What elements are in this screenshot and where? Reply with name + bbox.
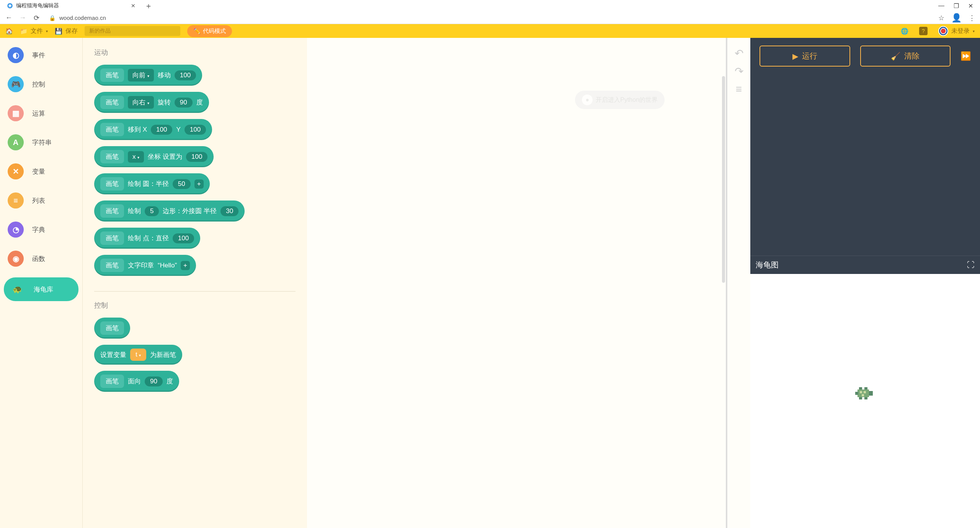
list-icon: ≡ [8,192,24,209]
category-sidebar: ◐事件 🎮控制 ▦运算 A字符串 ✕变量 ≡列表 ◔字典 ◉函数 🐢海龟库 [0,38,83,528]
tab-strip: 编程猫海龟编辑器 ✕ ＋ — ❐ ✕ [0,0,980,11]
svg-rect-5 [864,397,867,399]
block-rotate[interactable]: 画笔 向右 ▾ 旋转 90 度 [94,92,209,113]
turtle-icon: 🐢 [9,281,25,297]
turtle-canvas-header: 海龟图 ⛶ [750,256,980,274]
fullscreen-icon[interactable]: ⛶ [967,261,975,269]
block-move-forward[interactable]: 画笔 向前 ▾ 移动 100 [94,65,202,86]
turtle-sprite-icon [851,386,874,401]
svg-rect-4 [859,397,862,399]
block-set-var-pen[interactable]: 设置变量 t ▾ 为新画笔 [94,345,182,365]
block-polygon[interactable]: 画笔 绘制 5 边形：外接圆 半径 30 [94,200,245,222]
category-list[interactable]: ≡列表 [4,190,78,211]
block-goto-xy[interactable]: 画笔 移到 X 100 Y 100 [94,119,212,140]
category-turtle[interactable]: 🐢海龟库 [4,277,78,301]
svg-rect-8 [860,391,862,393]
url-text: wood.codemao.cn [59,15,106,21]
workspace[interactable]: ●开启进入Python的世界 ↶ ↷ ≡ [307,38,750,528]
run-button[interactable]: ▶运行 [760,46,850,67]
svg-rect-9 [864,391,866,393]
app-toolbar: 🏠 文件 ▾ 保存 新的作品 代码模式 🌐 ? 未登录 ▾ [0,24,980,38]
align-icon[interactable]: ≡ [736,83,742,95]
address-bar: ← → ⟳ 🔒 wood.codemao.cn ☆ 👤 ⋮ [0,11,980,24]
block-palette: 运动 画笔 向前 ▾ 移动 100 画笔 向右 ▾ 旋转 90 度 画笔 移到 … [83,38,307,528]
right-panel: ▶运行 🧹清除 ⏩ 海龟图 ⛶ [750,38,980,528]
svg-rect-10 [862,394,864,396]
math-icon: ▦ [8,105,24,121]
browser-menu-icon[interactable]: ⋮ [969,14,975,22]
back-button[interactable]: ← [5,14,13,22]
profile-icon[interactable]: 👤 [951,13,962,23]
tab-close-icon[interactable]: ✕ [131,3,136,9]
block-circle[interactable]: 画笔 绘制 圆：半径 50 + [94,173,210,194]
block-face-dir[interactable]: 画笔 面向 90 度 [94,371,179,392]
window-minimize-icon[interactable]: — [938,2,944,10]
block-pen-only[interactable]: 画笔 [94,318,130,339]
svg-rect-7 [864,387,867,389]
home-button[interactable]: 🏠 [5,28,13,35]
reload-button[interactable]: ⟳ [32,14,41,22]
category-events[interactable]: ◐事件 [4,45,78,65]
file-menu[interactable]: 文件 ▾ [20,27,48,35]
plus-icon[interactable]: + [194,179,204,189]
play-icon: ▶ [792,52,798,61]
redo-icon[interactable]: ↷ [735,65,743,78]
var-icon: ✕ [8,163,24,179]
globe-icon[interactable]: 🌐 [901,28,908,35]
favicon-icon [7,3,13,9]
dict-icon: ◔ [8,222,24,238]
category-string[interactable]: A字符串 [4,132,78,153]
expand-panel-icon[interactable]: ⏩ [960,51,971,61]
events-icon: ◐ [8,47,24,63]
avatar-icon [938,26,948,36]
save-button[interactable]: 保存 [55,27,78,35]
broom-icon: 🧹 [891,52,900,61]
section-motion-title: 运动 [94,48,296,57]
category-func[interactable]: ◉函数 [4,248,78,269]
help-icon[interactable]: ? [919,27,928,35]
block-set-coord[interactable]: 画笔 x ▾ 坐标 设置为 100 [94,146,214,167]
section-control-title: 控制 [94,301,296,310]
undo-icon[interactable]: ↶ [735,47,743,60]
output-console [750,74,980,256]
browser-tab[interactable]: 编程猫海龟编辑器 ✕ [2,0,140,11]
category-dict[interactable]: ◔字典 [4,219,78,240]
star-icon[interactable]: ☆ [938,14,944,22]
clear-button[interactable]: 🧹清除 [860,46,951,67]
scrollbar-thumb[interactable] [722,76,725,283]
tab-title: 编程猫海龟编辑器 [16,2,59,9]
category-control[interactable]: 🎮控制 [4,74,78,95]
new-tab-button[interactable]: ＋ [145,1,152,11]
main-layout: ◐事件 🎮控制 ▦运算 A字符串 ✕变量 ≡列表 ◔字典 ◉函数 🐢海龟库 运动… [0,38,980,528]
project-title-input[interactable]: 新的作品 [85,26,180,36]
category-math[interactable]: ▦运算 [4,103,78,124]
login-button[interactable]: 未登录 ▾ [938,26,975,36]
svg-rect-2 [869,391,873,396]
turtle-canvas[interactable] [750,274,980,528]
func-icon: ◉ [8,251,24,267]
url-bar[interactable]: 🔒 wood.codemao.cn [46,15,933,21]
svg-rect-3 [855,392,858,395]
svg-rect-6 [859,387,862,389]
block-dot[interactable]: 画笔 绘制 点：直径 100 [94,228,200,249]
window-maximize-icon[interactable]: ❐ [954,2,959,10]
lock-icon: 🔒 [49,15,56,21]
browser-chrome: 编程猫海龟编辑器 ✕ ＋ — ❐ ✕ ← → ⟳ 🔒 wood.codemao.… [0,0,980,24]
window-close-icon[interactable]: ✕ [968,2,973,10]
category-var[interactable]: ✕变量 [4,161,78,182]
code-mode-button[interactable]: 代码模式 [187,25,232,37]
block-stamp-text[interactable]: 画笔 文字印章 “Hello” + [94,255,196,276]
forward-button[interactable]: → [18,14,27,22]
control-icon: 🎮 [8,76,24,92]
plus-icon[interactable]: + [181,261,190,270]
python-hint: ●开启进入Python的世界 [575,91,665,109]
string-icon: A [8,134,24,150]
